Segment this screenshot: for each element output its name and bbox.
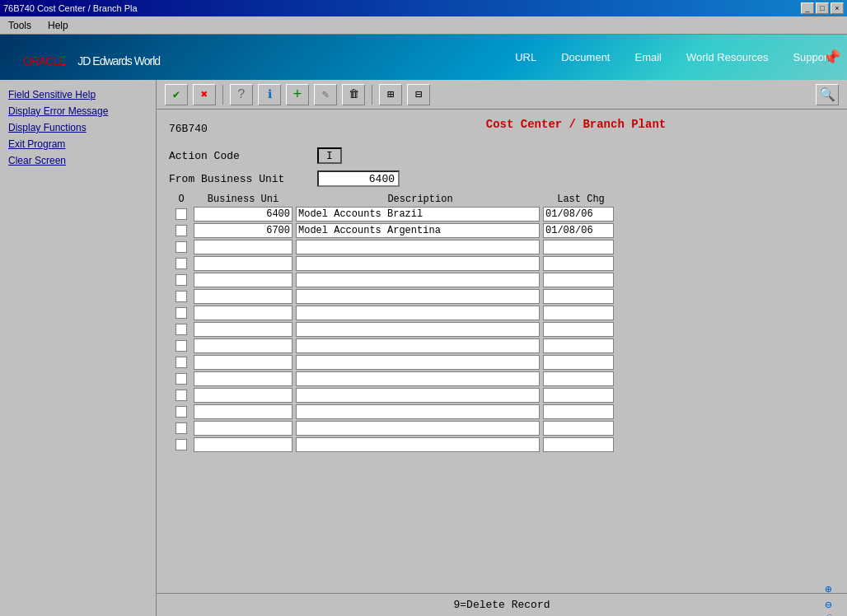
row-checkbox-6[interactable] — [175, 291, 187, 302]
row-checkbox-1[interactable] — [175, 208, 187, 220]
from-business-unit-input[interactable] — [317, 170, 400, 187]
business-unit-input-9[interactable] — [194, 338, 292, 353]
lastchg-input-6[interactable] — [543, 289, 614, 304]
description-input-2[interactable] — [296, 223, 540, 238]
lastchg-input-15[interactable] — [543, 437, 614, 452]
lastchg-input-7[interactable] — [543, 306, 614, 320]
toolbar-search-button[interactable]: 🔍 — [816, 84, 839, 105]
lastchg-input-1[interactable] — [543, 207, 614, 222]
business-unit-input-11[interactable] — [194, 371, 292, 386]
description-input-1[interactable] — [296, 207, 540, 222]
business-unit-input-7[interactable] — [194, 306, 292, 320]
description-input-11[interactable] — [296, 371, 540, 386]
business-unit-input-10[interactable] — [194, 355, 292, 370]
oracle-text: ORACLE — [23, 54, 66, 68]
business-unit-input-8[interactable] — [194, 322, 292, 337]
row-checkbox-12[interactable] — [175, 390, 187, 401]
toolbar-delete-button[interactable]: 🗑 — [342, 84, 365, 105]
business-unit-input-2[interactable] — [194, 223, 292, 238]
scroll-down-icon[interactable]: ⊖ — [825, 598, 839, 612]
description-input-4[interactable] — [296, 256, 540, 271]
toolbar-help-button[interactable]: ? — [230, 84, 253, 105]
table-row — [169, 306, 835, 320]
row-checkbox-3[interactable] — [175, 241, 187, 253]
row-checkbox-5[interactable] — [175, 274, 187, 286]
description-input-15[interactable] — [296, 437, 540, 452]
sidebar: Field Sensitive Help Display Error Messa… — [0, 80, 157, 616]
business-unit-input-6[interactable] — [194, 289, 292, 304]
sidebar-item-exit-program[interactable]: Exit Program — [3, 136, 152, 152]
lastchg-input-4[interactable] — [543, 256, 614, 271]
toolbar-edit-button[interactable]: ✎ — [314, 84, 337, 105]
row-checkbox-7[interactable] — [175, 307, 187, 319]
toolbar-separator-2 — [372, 85, 372, 105]
business-unit-input-14[interactable] — [194, 421, 292, 436]
description-input-3[interactable] — [296, 240, 540, 254]
description-input-7[interactable] — [296, 306, 540, 320]
lastchg-input-10[interactable] — [543, 355, 614, 370]
business-unit-input-1[interactable] — [194, 207, 292, 222]
row-checkbox-4[interactable] — [175, 258, 187, 269]
lastchg-input-14[interactable] — [543, 421, 614, 436]
business-unit-input-15[interactable] — [194, 437, 292, 452]
sidebar-item-field-sensitive-help[interactable]: Field Sensitive Help — [3, 86, 152, 103]
business-unit-input-5[interactable] — [194, 273, 292, 287]
lastchg-input-12[interactable] — [543, 388, 614, 403]
business-unit-input-4[interactable] — [194, 256, 292, 271]
oracle-header: ORACLE JD Edwards World URL Document Ema… — [0, 35, 847, 80]
menu-tools[interactable]: Tools — [3, 18, 36, 33]
row-checkbox-11[interactable] — [175, 373, 187, 385]
row-checkbox-15[interactable] — [175, 439, 187, 450]
minimize-button[interactable]: _ — [801, 2, 814, 14]
lastchg-input-2[interactable] — [543, 223, 614, 238]
toolbar-add-button[interactable]: + — [286, 84, 309, 105]
program-id: 76B740 — [169, 123, 317, 135]
close-button[interactable]: × — [831, 2, 844, 14]
table-row — [169, 437, 835, 452]
toolbar-info-button[interactable]: ℹ — [258, 84, 281, 105]
description-input-6[interactable] — [296, 289, 540, 304]
toolbar-grid2-button[interactable]: ⊟ — [407, 84, 430, 105]
pin-icon[interactable]: 📌 — [822, 49, 840, 67]
nav-document[interactable]: Document — [561, 51, 610, 63]
table-row — [169, 421, 835, 436]
row-checkbox-2[interactable] — [175, 225, 187, 236]
toolbar-cancel-button[interactable]: ✖ — [193, 84, 216, 105]
nav-email[interactable]: Email — [634, 51, 662, 63]
row-checkbox-10[interactable] — [175, 357, 187, 368]
description-input-12[interactable] — [296, 388, 540, 403]
lastchg-input-8[interactable] — [543, 322, 614, 337]
maximize-button[interactable]: □ — [816, 2, 829, 14]
row-checkbox-8[interactable] — [175, 324, 187, 335]
business-unit-input-12[interactable] — [194, 388, 292, 403]
sidebar-item-clear-screen[interactable]: Clear Screen — [3, 152, 152, 169]
lastchg-input-5[interactable] — [543, 273, 614, 287]
description-input-8[interactable] — [296, 322, 540, 337]
row-checkbox-13[interactable] — [175, 406, 187, 418]
lastchg-input-3[interactable] — [543, 240, 614, 254]
row-checkbox-9[interactable] — [175, 340, 187, 352]
description-input-14[interactable] — [296, 421, 540, 436]
description-input-10[interactable] — [296, 355, 540, 370]
row-checkbox-14[interactable] — [175, 422, 187, 434]
scroll-up-icon[interactable]: ⊕ — [825, 582, 839, 596]
nav-world-resources[interactable]: World Resources — [686, 51, 768, 63]
business-unit-input-13[interactable] — [194, 404, 292, 419]
description-input-9[interactable] — [296, 338, 540, 353]
sidebar-item-display-functions[interactable]: Display Functions — [3, 119, 152, 136]
lastchg-input-9[interactable] — [543, 338, 614, 353]
business-unit-input-3[interactable] — [194, 240, 292, 254]
table-row — [169, 355, 835, 370]
description-input-5[interactable] — [296, 273, 540, 287]
sidebar-item-display-error-message[interactable]: Display Error Message — [3, 103, 152, 119]
lastchg-input-11[interactable] — [543, 371, 614, 386]
action-code-input[interactable] — [317, 147, 342, 164]
nav-url[interactable]: URL — [515, 51, 536, 63]
description-input-13[interactable] — [296, 404, 540, 419]
lastchg-input-13[interactable] — [543, 404, 614, 419]
toolbar-check-button[interactable]: ✔ — [165, 84, 188, 105]
menu-help[interactable]: Help — [43, 18, 73, 33]
toolbar-grid1-button[interactable]: ⊞ — [379, 84, 402, 105]
header-nav: URL Document Email World Resources Suppo… — [515, 51, 831, 63]
table-row — [169, 322, 835, 337]
